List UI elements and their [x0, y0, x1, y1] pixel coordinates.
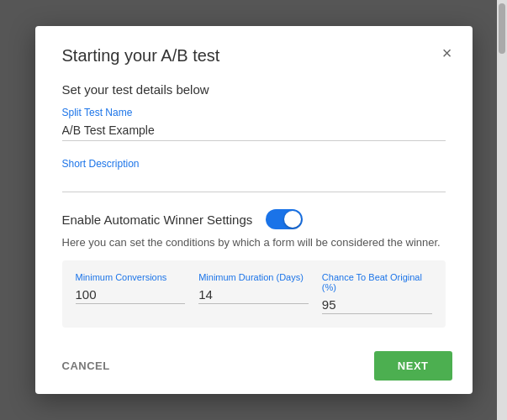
scrollbar-area — [497, 0, 507, 420]
condition-field-2: Chance To Beat Original (%) — [322, 272, 432, 314]
split-test-name-label: Split Test Name — [62, 107, 446, 118]
toggle-thumb — [284, 211, 301, 228]
condition-input-2[interactable] — [322, 296, 432, 314]
short-description-field: Short Description — [62, 158, 446, 192]
short-description-label: Short Description — [62, 158, 446, 170]
condition-label-1: Minimum Duration (Days) — [198, 272, 309, 282]
toggle-switch[interactable] — [266, 209, 303, 229]
condition-field-1: Minimum Duration (Days) — [198, 272, 309, 314]
conditions-box: Minimum ConversionsMinimum Duration (Day… — [62, 260, 446, 328]
dialog-title: Starting your A/B test — [62, 46, 220, 66]
dialog-header: Starting your A/B test × — [35, 26, 473, 66]
split-test-name-field: Split Test Name — [62, 107, 446, 141]
toggle-track — [266, 209, 303, 229]
split-test-name-input[interactable] — [62, 120, 446, 141]
dialog-body: Set your test details below Split Test N… — [35, 66, 473, 341]
dialog: Starting your A/B test × Set your test d… — [35, 26, 473, 394]
short-description-input[interactable] — [62, 171, 446, 192]
condition-field-0: Minimum Conversions — [76, 272, 186, 314]
toggle-label: Enable Automatic Winner Settings — [62, 213, 253, 227]
toggle-row: Enable Automatic Winner Settings — [62, 209, 446, 229]
condition-label-0: Minimum Conversions — [76, 272, 186, 282]
dialog-footer: CANCEL NEXT — [35, 341, 473, 394]
condition-label-2: Chance To Beat Original (%) — [322, 272, 432, 292]
condition-input-1[interactable] — [198, 286, 309, 304]
condition-input-0[interactable] — [76, 286, 186, 304]
next-button[interactable]: NEXT — [374, 351, 452, 381]
cancel-button[interactable]: CANCEL — [62, 360, 110, 372]
helper-text: Here you can set the conditions by which… — [62, 236, 446, 249]
section-title: Set your test details below — [62, 82, 446, 97]
close-button[interactable]: × — [442, 45, 452, 61]
scrollbar-thumb[interactable] — [499, 3, 505, 54]
